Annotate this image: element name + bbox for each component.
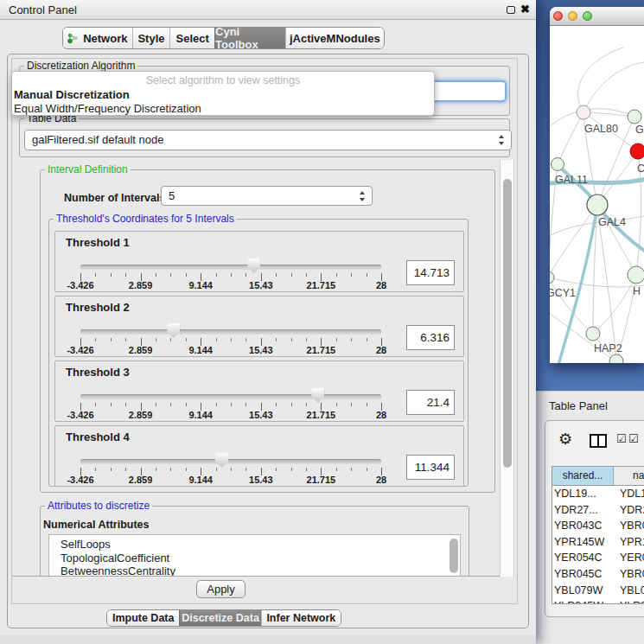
group-title: Threshold's Coordinates for 5 Intervals — [54, 213, 237, 225]
cell-shared-name[interactable]: YBR043C — [552, 518, 618, 534]
cell-name[interactable]: YBR045C — [618, 566, 644, 583]
node-gal11[interactable] — [552, 158, 564, 171]
checked-checkbox-icon[interactable]: ☑ — [616, 433, 627, 445]
cell-name[interactable]: YDR27... — [618, 502, 644, 519]
label-gal11: GAL11 — [555, 174, 588, 186]
slider-ticklabels: -3.4262.8599.14415.4321.71528 — [80, 345, 382, 355]
slider-ticklabels: -3.4262.8599.14415.4321.71528 — [80, 475, 382, 485]
table-row[interactable]: YBR043CYBR043C — [552, 518, 644, 534]
combobox-value: galFiltered.sif default node — [32, 131, 163, 150]
table-panel-frame: ⚙ ☑ ☑ shared... na YDL19...YDL19...YDR27… — [545, 420, 644, 617]
cell-name[interactable]: YPR145W — [618, 534, 644, 551]
slider-thumb[interactable] — [167, 323, 180, 338]
dropdown-item-manual-discretization[interactable]: Manual Discretization — [14, 88, 130, 101]
settings-scrollbar[interactable] — [500, 160, 514, 577]
network-nodes[interactable] — [550, 105, 644, 363]
tab-impute-data[interactable]: Impute Data — [107, 610, 179, 626]
node-gal4[interactable] — [587, 194, 608, 215]
cell-shared-name[interactable]: YPR145W — [552, 534, 618, 551]
cell-shared-name[interactable]: YDR27... — [552, 502, 618, 519]
zoom-traffic-light-icon[interactable] — [583, 11, 592, 21]
cell-shared-name[interactable]: YBL079W — [552, 583, 618, 599]
table-row[interactable]: YDR27...YDR27... — [552, 502, 644, 519]
tab-discretize-data[interactable]: Discretize Data — [179, 610, 260, 626]
tab-network[interactable]: Network — [63, 28, 132, 48]
stepper-arrows-icon — [360, 191, 366, 201]
table-row[interactable]: YBL079WYBL079W — [552, 583, 644, 599]
cell-name[interactable]: YBR043C — [618, 518, 644, 534]
attribute-list-item[interactable]: TopologicalCoefficient — [49, 552, 460, 565]
dropdown-item-equal-width-frequency[interactable]: Equal Width/Frequency Discretization — [14, 102, 201, 115]
control-panel: Control Panel ✖ Network Style Select Cyn… — [0, 0, 536, 644]
slider-thumb[interactable] — [215, 453, 228, 468]
cell-name[interactable]: YBL079W — [618, 583, 644, 599]
slider-thumb[interactable] — [247, 258, 260, 273]
control-panel-titlebar: Control Panel ✖ — [0, 0, 536, 20]
column-header-shared-name[interactable]: shared... — [552, 467, 614, 485]
threshold-label: Threshold 1 — [66, 236, 130, 249]
numerical-attributes-list[interactable]: SelfLoopsTopologicalCoefficientBetweenne… — [48, 534, 461, 577]
slider-thumb[interactable] — [311, 388, 324, 403]
tab-select[interactable]: Select — [169, 28, 214, 48]
label-gcy1: GCY1 — [550, 287, 576, 299]
threshold-value[interactable]: 14.713 — [406, 260, 455, 285]
table-panel-title: Table Panel — [549, 399, 608, 412]
slider-track[interactable] — [80, 394, 381, 399]
node-hap2[interactable] — [586, 327, 600, 341]
attribute-list-item[interactable]: BetweennessCentrality — [49, 564, 460, 577]
threshold-value[interactable]: 21.4 — [406, 390, 455, 415]
table-data-combobox[interactable]: galFiltered.sif default node — [24, 130, 512, 150]
node-table: shared... na YDL19...YDL19...YDR27...YDR… — [552, 466, 644, 604]
table-row[interactable]: YER054CYER054C — [552, 550, 644, 566]
split-columns-icon[interactable] — [590, 434, 607, 448]
settings-scrollbar-thumb[interactable] — [503, 179, 512, 468]
slider-ticklabels: -3.4262.8599.14415.4321.71528 — [80, 280, 382, 290]
table-row[interactable]: YPR145WYPR145W — [552, 534, 644, 551]
num-intervals-combobox[interactable]: 5 — [161, 186, 373, 206]
cell-name[interactable]: YDL19... — [618, 486, 644, 502]
list-scrollbar-thumb[interactable] — [450, 539, 458, 573]
node-h[interactable] — [628, 266, 644, 284]
float-window-icon[interactable] — [507, 6, 515, 14]
slider-track[interactable] — [80, 329, 381, 335]
gear-icon[interactable]: ⚙ — [558, 431, 572, 447]
slider-track[interactable] — [80, 459, 381, 464]
table-row[interactable]: YLR345WYLR345W — [552, 598, 644, 604]
threshold-box: Threshold 1 -3.4262.8599.14415.4321.7152… — [54, 231, 464, 292]
table-row[interactable]: YBR045CYBR045C — [552, 566, 644, 583]
checked-checkbox-icon[interactable]: ☑ — [628, 433, 639, 445]
close-traffic-light-icon[interactable] — [553, 11, 563, 21]
threshold-value[interactable]: 11.344 — [406, 455, 455, 480]
apply-button[interactable]: Apply — [196, 580, 245, 598]
cell-shared-name[interactable]: YER054C — [552, 550, 618, 566]
close-icon[interactable]: ✖ — [520, 3, 530, 16]
combobox-value: 5 — [169, 187, 175, 206]
label-ga-clipped: GA — [635, 124, 644, 136]
column-header-name[interactable]: na — [614, 467, 644, 485]
network-canvas[interactable]: GAL80 GA GAL11 C GAL4 GCY1 H HAP2 — [550, 26, 644, 363]
attribute-list-item[interactable]: SelfLoops — [49, 538, 460, 552]
label-gal80: GAL80 — [584, 123, 618, 135]
tab-infer-network[interactable]: Infer Network — [261, 610, 341, 626]
cell-name[interactable]: YER054C — [618, 550, 644, 566]
node-gcy1[interactable] — [550, 271, 554, 284]
minimize-traffic-light-icon[interactable] — [568, 11, 577, 21]
threshold-value[interactable]: 6.316 — [406, 325, 455, 350]
threshold-label: Threshold 3 — [66, 366, 130, 379]
table-row[interactable]: YDL19...YDL19... — [552, 486, 644, 502]
cell-name[interactable]: YLR345W — [618, 598, 644, 604]
thresholds-group: Threshold's Coordinates for 5 Intervals … — [48, 219, 469, 487]
tab-cyni-toolbox[interactable]: Cyni Toolbox — [214, 28, 285, 48]
node-top-right[interactable] — [628, 110, 641, 124]
cell-shared-name[interactable]: YDL19... — [552, 486, 618, 502]
cell-shared-name[interactable]: YBR045C — [552, 566, 618, 583]
tab-style[interactable]: Style — [132, 28, 170, 48]
attribute-items: SelfLoopsTopologicalCoefficientBetweenne… — [49, 538, 460, 577]
cell-shared-name[interactable]: YLR345W — [552, 598, 618, 604]
node-gal80[interactable] — [577, 105, 590, 119]
network-window-titlebar[interactable] — [550, 7, 644, 26]
tab-jactivemnodules[interactable]: jActiveMNodules — [285, 28, 384, 48]
slider-track[interactable] — [80, 265, 381, 270]
tab-label: Cyni Toolbox — [215, 27, 285, 49]
node-red-selected[interactable] — [630, 143, 644, 159]
